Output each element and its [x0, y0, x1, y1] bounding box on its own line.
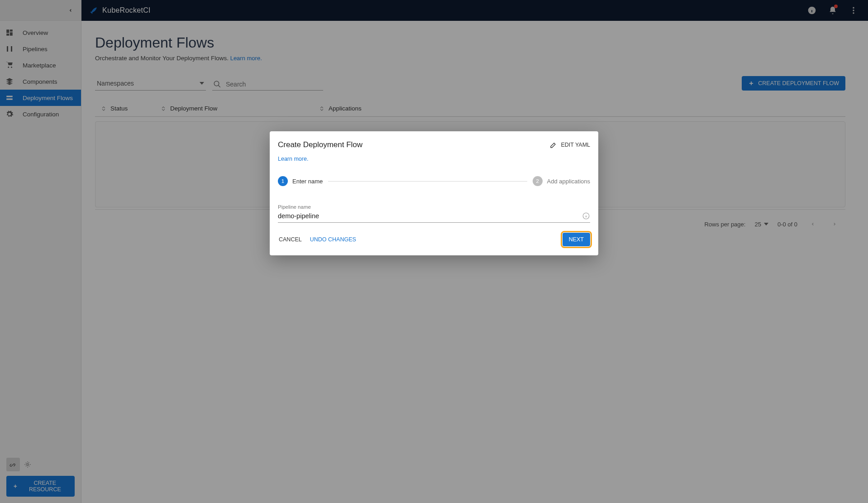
step-add-applications: 2 Add applications — [533, 176, 590, 186]
info-outline-icon[interactable] — [582, 212, 590, 220]
modal-overlay[interactable]: Create Deployment Flow EDIT YAML Learn m… — [0, 0, 868, 503]
create-deployment-flow-dialog: Create Deployment Flow EDIT YAML Learn m… — [270, 131, 598, 255]
next-button[interactable]: NEXT — [563, 233, 590, 246]
field-label: Pipeline name — [278, 204, 590, 210]
undo-changes-button[interactable]: UNDO CHANGES — [309, 234, 357, 245]
field-input-row — [278, 210, 590, 223]
step-connector — [328, 181, 527, 182]
dialog-header: Create Deployment Flow EDIT YAML — [278, 140, 590, 149]
step-number: 1 — [278, 176, 288, 186]
stepper: 1 Enter name 2 Add applications — [278, 176, 590, 186]
edit-yaml-label: EDIT YAML — [561, 142, 590, 148]
dialog-learn-more-link[interactable]: Learn more. — [278, 156, 308, 162]
edit-yaml-button[interactable]: EDIT YAML — [550, 141, 590, 149]
step-enter-name: 1 Enter name — [278, 176, 323, 186]
pencil-icon — [550, 141, 557, 149]
dialog-actions: CANCEL UNDO CHANGES NEXT — [278, 233, 590, 246]
step-number: 2 — [533, 176, 543, 186]
dialog-title: Create Deployment Flow — [278, 140, 362, 149]
pipeline-name-field: Pipeline name — [278, 198, 590, 223]
step-label: Enter name — [292, 178, 323, 185]
pipeline-name-input[interactable] — [278, 210, 582, 222]
cancel-button[interactable]: CANCEL — [278, 234, 303, 245]
step-label: Add applications — [547, 178, 590, 185]
